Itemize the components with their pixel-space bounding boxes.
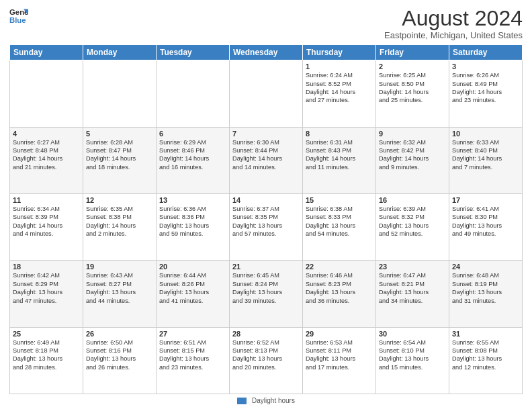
day-number: 22	[306, 263, 373, 271]
col-header-friday: Friday	[376, 45, 449, 60]
calendar-cell: 16Sunrise: 6:39 AM Sunset: 8:32 PM Dayli…	[376, 193, 449, 260]
day-number: 29	[306, 330, 373, 338]
calendar-cell: 13Sunrise: 6:36 AM Sunset: 8:36 PM Dayli…	[157, 193, 230, 260]
calendar-cell: 26Sunrise: 6:50 AM Sunset: 8:16 PM Dayli…	[83, 327, 157, 394]
calendar-cell: 19Sunrise: 6:43 AM Sunset: 8:27 PM Dayli…	[83, 261, 157, 327]
cell-info: Sunrise: 6:25 AM Sunset: 8:50 PM Dayligh…	[379, 71, 446, 105]
cell-info: Sunrise: 6:44 AM Sunset: 8:26 PM Dayligh…	[159, 271, 226, 305]
week-row-3: 11Sunrise: 6:34 AM Sunset: 8:39 PM Dayli…	[10, 193, 523, 260]
calendar-cell: 10Sunrise: 6:33 AM Sunset: 8:40 PM Dayli…	[449, 127, 523, 193]
calendar-cell: 18Sunrise: 6:42 AM Sunset: 8:29 PM Dayli…	[10, 261, 83, 327]
cell-info: Sunrise: 6:54 AM Sunset: 8:10 PM Dayligh…	[379, 338, 446, 372]
logo-icon: General Blue	[9, 7, 28, 26]
calendar-cell: 21Sunrise: 6:45 AM Sunset: 8:24 PM Dayli…	[230, 261, 303, 327]
day-number: 11	[13, 196, 80, 204]
logo: General Blue	[9, 7, 28, 26]
calendar-cell: 9Sunrise: 6:32 AM Sunset: 8:42 PM Daylig…	[376, 127, 449, 193]
week-row-2: 4Sunrise: 6:27 AM Sunset: 8:48 PM Daylig…	[10, 127, 523, 193]
calendar-cell: 6Sunrise: 6:29 AM Sunset: 8:46 PM Daylig…	[157, 127, 230, 193]
calendar-cell: 31Sunrise: 6:55 AM Sunset: 8:08 PM Dayli…	[449, 327, 523, 394]
cell-info: Sunrise: 6:51 AM Sunset: 8:15 PM Dayligh…	[159, 338, 226, 372]
calendar-cell: 17Sunrise: 6:41 AM Sunset: 8:30 PM Dayli…	[449, 193, 523, 260]
calendar-header-row: SundayMondayTuesdayWednesdayThursdayFrid…	[10, 45, 523, 60]
calendar-cell: 5Sunrise: 6:28 AM Sunset: 8:47 PM Daylig…	[83, 127, 157, 193]
calendar-cell: 1Sunrise: 6:24 AM Sunset: 8:52 PM Daylig…	[303, 60, 376, 127]
calendar-cell: 8Sunrise: 6:31 AM Sunset: 8:43 PM Daylig…	[303, 127, 376, 193]
cell-info: Sunrise: 6:49 AM Sunset: 8:18 PM Dayligh…	[13, 338, 80, 372]
day-number: 16	[379, 196, 446, 204]
cell-info: Sunrise: 6:43 AM Sunset: 8:27 PM Dayligh…	[86, 271, 153, 305]
calendar-cell: 27Sunrise: 6:51 AM Sunset: 8:15 PM Dayli…	[157, 327, 230, 394]
cell-info: Sunrise: 6:42 AM Sunset: 8:29 PM Dayligh…	[13, 271, 80, 305]
day-number: 28	[232, 330, 300, 338]
calendar-cell: 14Sunrise: 6:37 AM Sunset: 8:35 PM Dayli…	[230, 193, 303, 260]
day-number: 21	[232, 263, 300, 271]
col-header-wednesday: Wednesday	[230, 45, 303, 60]
calendar-cell: 29Sunrise: 6:53 AM Sunset: 8:11 PM Dayli…	[303, 327, 376, 394]
cell-info: Sunrise: 6:41 AM Sunset: 8:30 PM Dayligh…	[452, 205, 519, 238]
day-number: 13	[159, 196, 226, 204]
col-header-saturday: Saturday	[449, 45, 523, 60]
calendar-cell: 11Sunrise: 6:34 AM Sunset: 8:39 PM Dayli…	[10, 193, 83, 260]
calendar-cell: 25Sunrise: 6:49 AM Sunset: 8:18 PM Dayli…	[10, 327, 83, 394]
day-number: 20	[159, 263, 226, 271]
calendar-cell: 23Sunrise: 6:47 AM Sunset: 8:21 PM Dayli…	[376, 261, 449, 327]
day-number: 31	[452, 330, 519, 338]
cell-info: Sunrise: 6:50 AM Sunset: 8:16 PM Dayligh…	[86, 338, 153, 372]
svg-text:Blue: Blue	[9, 16, 26, 24]
cell-info: Sunrise: 6:24 AM Sunset: 8:52 PM Dayligh…	[306, 71, 373, 105]
calendar-cell: 4Sunrise: 6:27 AM Sunset: 8:48 PM Daylig…	[10, 127, 83, 193]
calendar-cell: 20Sunrise: 6:44 AM Sunset: 8:26 PM Dayli…	[157, 261, 230, 327]
cell-info: Sunrise: 6:48 AM Sunset: 8:19 PM Dayligh…	[452, 271, 519, 305]
week-row-5: 25Sunrise: 6:49 AM Sunset: 8:18 PM Dayli…	[10, 327, 523, 394]
cell-info: Sunrise: 6:30 AM Sunset: 8:44 PM Dayligh…	[232, 138, 300, 172]
cell-info: Sunrise: 6:32 AM Sunset: 8:42 PM Dayligh…	[379, 138, 446, 172]
cell-info: Sunrise: 6:26 AM Sunset: 8:49 PM Dayligh…	[452, 71, 519, 105]
cell-info: Sunrise: 6:47 AM Sunset: 8:21 PM Dayligh…	[379, 271, 446, 305]
day-number: 14	[232, 196, 300, 204]
calendar-cell: 24Sunrise: 6:48 AM Sunset: 8:19 PM Dayli…	[449, 261, 523, 327]
col-header-monday: Monday	[83, 45, 157, 60]
day-number: 12	[86, 196, 153, 204]
calendar-cell	[157, 60, 230, 127]
calendar-cell: 7Sunrise: 6:30 AM Sunset: 8:44 PM Daylig…	[230, 127, 303, 193]
calendar-cell: 22Sunrise: 6:46 AM Sunset: 8:23 PM Dayli…	[303, 261, 376, 327]
legend-box	[237, 398, 247, 404]
day-number: 2	[379, 62, 446, 71]
footer: Daylight hours	[9, 397, 523, 404]
cell-info: Sunrise: 6:36 AM Sunset: 8:36 PM Dayligh…	[159, 205, 226, 238]
week-row-4: 18Sunrise: 6:42 AM Sunset: 8:29 PM Dayli…	[10, 261, 523, 327]
main-title: August 2024	[384, 7, 523, 30]
cell-info: Sunrise: 6:28 AM Sunset: 8:47 PM Dayligh…	[86, 138, 153, 172]
col-header-sunday: Sunday	[10, 45, 83, 60]
col-header-tuesday: Tuesday	[157, 45, 230, 60]
calendar-cell	[230, 60, 303, 127]
calendar-cell: 12Sunrise: 6:35 AM Sunset: 8:38 PM Dayli…	[83, 193, 157, 260]
cell-info: Sunrise: 6:31 AM Sunset: 8:43 PM Dayligh…	[306, 138, 373, 172]
cell-info: Sunrise: 6:27 AM Sunset: 8:48 PM Dayligh…	[13, 138, 80, 172]
col-header-thursday: Thursday	[303, 45, 376, 60]
calendar-cell: 28Sunrise: 6:52 AM Sunset: 8:13 PM Dayli…	[230, 327, 303, 394]
subtitle: Eastpointe, Michigan, United States	[384, 30, 523, 40]
day-number: 25	[13, 330, 80, 338]
cell-info: Sunrise: 6:38 AM Sunset: 8:33 PM Dayligh…	[306, 205, 373, 238]
day-number: 27	[159, 330, 226, 338]
calendar-cell: 15Sunrise: 6:38 AM Sunset: 8:33 PM Dayli…	[303, 193, 376, 260]
day-number: 10	[452, 130, 519, 138]
calendar-table: SundayMondayTuesdayWednesdayThursdayFrid…	[9, 44, 523, 394]
calendar-cell: 3Sunrise: 6:26 AM Sunset: 8:49 PM Daylig…	[449, 60, 523, 127]
day-number: 6	[159, 130, 226, 138]
day-number: 30	[379, 330, 446, 338]
calendar-cell: 2Sunrise: 6:25 AM Sunset: 8:50 PM Daylig…	[376, 60, 449, 127]
day-number: 18	[13, 263, 80, 271]
week-row-1: 1Sunrise: 6:24 AM Sunset: 8:52 PM Daylig…	[10, 60, 523, 127]
day-number: 24	[452, 263, 519, 271]
calendar-cell: 30Sunrise: 6:54 AM Sunset: 8:10 PM Dayli…	[376, 327, 449, 394]
cell-info: Sunrise: 6:29 AM Sunset: 8:46 PM Dayligh…	[159, 138, 226, 172]
cell-info: Sunrise: 6:37 AM Sunset: 8:35 PM Dayligh…	[232, 205, 300, 238]
cell-info: Sunrise: 6:46 AM Sunset: 8:23 PM Dayligh…	[306, 271, 373, 305]
day-number: 9	[379, 130, 446, 138]
cell-info: Sunrise: 6:39 AM Sunset: 8:32 PM Dayligh…	[379, 205, 446, 238]
day-number: 7	[232, 130, 300, 138]
calendar-cell	[10, 60, 83, 127]
